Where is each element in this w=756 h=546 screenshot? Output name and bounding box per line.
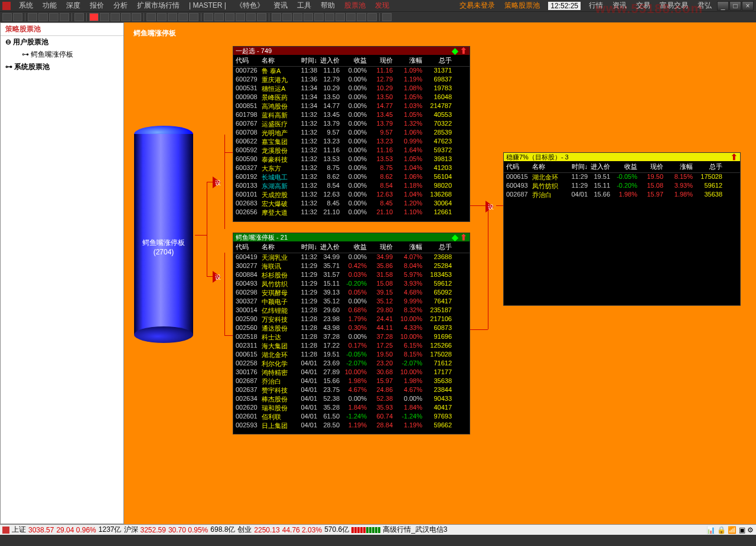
table-row[interactable]: 002258利尔化学04/0123.69-2.07%23.20-2.07%716… bbox=[233, 359, 470, 368]
minimize-button[interactable]: _ bbox=[717, 1, 729, 11]
col-header[interactable]: 现价 bbox=[367, 56, 393, 65]
table-row[interactable]: 600884杉杉股份11:2931.570.03%31.585.97%18345… bbox=[233, 271, 470, 280]
col-header[interactable]: 涨幅 bbox=[663, 162, 693, 171]
table-row[interactable]: 002637赞宇科技04/0123.754.67%24.864.67%23844 bbox=[233, 386, 470, 395]
tb-rect[interactable] bbox=[100, 13, 109, 21]
table-row[interactable]: 600279重庆港九11:3612.790.00%12.791.19%69837 bbox=[233, 76, 470, 84]
source-cylinder[interactable]: 鳄鱼嘴涨停板(2704) bbox=[132, 126, 195, 343]
col-header[interactable]: 进入价 bbox=[317, 243, 340, 251]
tb-i2[interactable] bbox=[282, 13, 292, 21]
tb-g4[interactable] bbox=[178, 13, 188, 21]
tb-i10[interactable] bbox=[367, 13, 377, 21]
col-header[interactable]: 时间↓ bbox=[296, 243, 317, 251]
table-row[interactable]: 600192长城电工11:328.620.00%8.621.06%56104 bbox=[233, 173, 470, 182]
tb-i7[interactable] bbox=[335, 13, 345, 21]
tb-stop[interactable] bbox=[60, 13, 69, 21]
table-row[interactable]: 600493凤竹纺织11:2915.11-0.20%15.083.93%5961… bbox=[233, 280, 470, 289]
table-row[interactable]: 600101天成控股11:3212.630.00%12.631.04%13626… bbox=[233, 191, 470, 200]
table-row[interactable]: 601798蓝科高新11:3213.450.00%13.451.05%40553 bbox=[233, 111, 470, 120]
panel1-diamond-icon[interactable]: ◆ bbox=[452, 46, 458, 55]
tb-settings[interactable] bbox=[382, 13, 392, 21]
sb-tray[interactable]: 📊 🔒 📶 ▣ ⚙ bbox=[706, 526, 754, 534]
table-row[interactable]: 002590万安科技11:2823.981.79%24.4110.00%2171… bbox=[233, 315, 470, 324]
table-row[interactable]: 002620瑞和股份04/0135.281.84%35.931.84%40417 bbox=[233, 404, 470, 413]
menu-item[interactable]: 帮助 bbox=[316, 1, 340, 9]
col-header[interactable]: 代码 bbox=[504, 162, 532, 171]
tb-g5[interactable] bbox=[189, 13, 198, 21]
menu-item[interactable]: 工具 bbox=[292, 1, 316, 9]
menu-item[interactable]: 深度 bbox=[61, 1, 85, 9]
table-row[interactable]: 000615湖北金环11:2919.51-0.05%19.508.15%1750… bbox=[504, 173, 740, 182]
sidebar-sys-pool[interactable]: ⊶ 系统股票池 bbox=[1, 61, 123, 73]
menu-stock-pool[interactable]: 股票池 bbox=[340, 1, 370, 11]
table-row[interactable]: 000726鲁 泰A11:3811.160.00%11.161.09%31371 bbox=[233, 67, 470, 76]
table-row[interactable]: 002311海大集团11:2817.220.17%17.256.15%12526… bbox=[233, 342, 470, 351]
tb-back[interactable] bbox=[2, 13, 12, 21]
table-row[interactable]: 600590泰豪科技11:3213.530.00%13.531.05%39813 bbox=[233, 155, 470, 164]
col-header[interactable]: 收益 bbox=[340, 56, 367, 65]
col-header[interactable]: 总手 bbox=[422, 243, 452, 251]
table-row[interactable]: 000531穗恒运A11:3410.290.00%10.291.08%19783 bbox=[233, 84, 470, 93]
table-row[interactable]: 002656摩登大道11:3221.100.00%21.101.10%12661 bbox=[233, 208, 470, 217]
menu-item[interactable]: | MASTER | bbox=[184, 1, 231, 9]
tb-refresh[interactable] bbox=[74, 13, 84, 21]
col-header[interactable]: 现价 bbox=[637, 162, 663, 171]
table-row[interactable]: 000615湖北金环11:2819.51-0.05%19.508.15%1750… bbox=[233, 351, 470, 359]
col-header[interactable]: 名称 bbox=[262, 56, 296, 65]
menu-item[interactable]: 资讯 bbox=[269, 1, 292, 9]
tb-i9[interactable] bbox=[357, 13, 366, 21]
table-row[interactable]: 002687乔治白04/0115.661.98%15.971.98%35638 bbox=[233, 377, 470, 386]
tb-g3[interactable] bbox=[168, 13, 177, 21]
menu-item[interactable]: 报价 bbox=[85, 1, 109, 9]
table-row[interactable]: 300176鸿特精密04/0127.8910.00%30.6810.00%171… bbox=[233, 368, 470, 377]
menu-item[interactable]: 功能 bbox=[38, 1, 61, 9]
sidebar-strategy-item[interactable]: ⊶ 鳄鱼嘴涨停板 bbox=[1, 48, 123, 61]
table-row[interactable]: 300327中颖电子11:2935.120.00%35.129.99%76417 bbox=[233, 297, 470, 306]
table-row[interactable]: 600493凤竹纺织11:2915.11-0.20%15.083.93%5961… bbox=[504, 182, 740, 191]
table-row[interactable]: 002518科士达11:2837.280.00%37.2810.00%91696 bbox=[233, 333, 470, 342]
col-header[interactable]: 进入价 bbox=[588, 162, 610, 171]
table-row[interactable]: 300277海联讯11:2935.710.42%35.868.04%25284 bbox=[233, 262, 470, 271]
table-row[interactable]: 002560通达股份11:2843.980.30%44.114.33%60873 bbox=[233, 324, 470, 333]
table-row[interactable]: 000908景峰医药11:3413.500.00%13.501.05%16048 bbox=[233, 93, 470, 102]
table-row[interactable]: 002687乔治白04/0115.661.98%15.971.98%35638 bbox=[504, 191, 740, 200]
tb-prev[interactable] bbox=[28, 13, 37, 21]
tb-text[interactable] bbox=[132, 13, 141, 21]
tb-line[interactable] bbox=[121, 13, 131, 21]
tb-g2[interactable] bbox=[157, 13, 167, 21]
table-row[interactable]: 600419天润乳业11:3234.990.00%34.994.07%23688 bbox=[233, 253, 470, 262]
table-row[interactable]: 600767运盛医疗11:3213.790.00%13.791.32%70322 bbox=[233, 120, 470, 129]
col-header[interactable]: 时间↓ bbox=[566, 162, 588, 171]
menu-item[interactable]: 系统 bbox=[14, 1, 38, 9]
menu-discover[interactable]: 发现 bbox=[370, 1, 394, 11]
col-header[interactable]: 总手 bbox=[422, 56, 452, 65]
tb-i8[interactable] bbox=[346, 13, 356, 21]
tb-circle[interactable] bbox=[110, 13, 120, 21]
menu-item[interactable]: 分析 bbox=[109, 1, 132, 9]
col-header[interactable]: 收益 bbox=[340, 243, 367, 251]
tb-h2[interactable] bbox=[214, 13, 224, 21]
col-header[interactable]: 代码 bbox=[233, 56, 262, 65]
col-header[interactable]: 总手 bbox=[693, 162, 722, 171]
tb-i5[interactable] bbox=[314, 13, 324, 21]
panel3-up-icon[interactable]: ⬆ bbox=[731, 152, 738, 162]
tb-h1[interactable] bbox=[204, 13, 213, 21]
col-header[interactable]: 时间↓ bbox=[296, 56, 317, 65]
menu-item[interactable]: 《特色》 bbox=[231, 1, 269, 9]
tb-i1[interactable] bbox=[272, 13, 281, 21]
panel2-up-icon[interactable]: ⬆ bbox=[460, 233, 467, 242]
table-row[interactable]: 600592龙溪股份11:3211.160.00%11.161.64%59372 bbox=[233, 146, 470, 155]
maximize-button[interactable]: □ bbox=[729, 1, 741, 11]
tb-h4[interactable] bbox=[236, 13, 245, 21]
table-row[interactable]: 002683宏大爆破11:328.450.00%8.451.20%30064 bbox=[233, 200, 470, 208]
col-header[interactable]: 现价 bbox=[367, 243, 393, 251]
table-row[interactable]: 300014亿纬锂能11:2829.600.68%29.808.32%23518… bbox=[233, 306, 470, 315]
col-header[interactable]: 名称 bbox=[262, 243, 296, 251]
table-row[interactable]: 002634棒杰股份04/0152.380.00%52.380.00%90433 bbox=[233, 395, 470, 404]
table-row[interactable]: 600327大东方11:328.750.00%8.751.04%41203 bbox=[233, 164, 470, 173]
col-header[interactable]: 涨幅 bbox=[393, 56, 422, 65]
tb-g1[interactable] bbox=[146, 13, 156, 21]
table-row[interactable]: 000851高鸿股份11:3414.770.00%14.771.03%21478… bbox=[233, 102, 470, 111]
col-header[interactable]: 收益 bbox=[610, 162, 637, 171]
col-header[interactable]: 进入价 bbox=[317, 56, 340, 65]
